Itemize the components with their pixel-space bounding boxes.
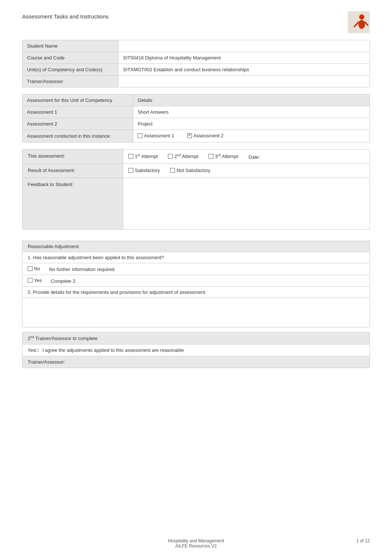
- conducted-label: Assessment conducted in this instance:: [23, 130, 133, 143]
- page-title: Assessment Tasks and Instructions: [22, 11, 109, 20]
- attempt-row: This assessment: 1st Attempt 2nd Attempt…: [23, 150, 370, 164]
- course-code-value: SIT50416 Diploma of Hospitality Manageme…: [118, 52, 370, 64]
- assessment1-detail: Short Answers: [133, 106, 370, 118]
- trainer2-agree-text: Yes□ I agree the adjustments applied to …: [28, 347, 184, 353]
- ra-yes-checkbox[interactable]: [28, 278, 32, 283]
- trainer-assessor-label: Trainer/Assessor: [23, 76, 118, 87]
- ra-yes-detail: Complete 2: [51, 278, 75, 284]
- footer-center: Hospitality and ManagementAILFE Resource…: [138, 538, 254, 549]
- student-name-row: Student Name: [23, 40, 370, 52]
- ra-question1-row: 1. Has reasonable adjustment been applie…: [23, 252, 370, 263]
- not-satisfactory-label: Not Satisfactory: [176, 168, 210, 173]
- ra-no-cell: No No further information required: [23, 263, 370, 275]
- result-row: Result of Assessment: Satisfactory Not S…: [23, 164, 370, 178]
- assessment1-checkbox-label: Assessment 1: [144, 133, 174, 138]
- ra-yes-cell: Yes Complete 2: [23, 275, 370, 286]
- ra-yes-row: Yes Complete 2: [23, 275, 370, 286]
- reasonable-adjustment-table: Reasonable Adjustment: 1. Has reasonable…: [22, 241, 370, 327]
- this-assessment-cell: This assessment:: [23, 150, 123, 164]
- attempt2-group[interactable]: 2nd Attempt: [168, 153, 198, 159]
- conducted-value: Assessment 1 Assessment 2: [133, 130, 370, 143]
- assessment2-checkbox-label: Assessment 2: [193, 133, 224, 138]
- unit-competency-row: Unit(s) of Competency and Code(s) SITXMG…: [23, 64, 370, 76]
- satisfactory-group[interactable]: Satisfactory: [128, 168, 160, 173]
- attempt-result-table: This assessment: 1st Attempt 2nd Attempt…: [22, 149, 370, 230]
- assessment-header-row: Assessment for this Unit of Competency D…: [23, 95, 370, 106]
- unit-competency-label: Unit(s) of Competency and Code(s): [23, 64, 118, 76]
- trainer-assessor-row: Trainer/Assessor: [23, 76, 370, 87]
- date-label: Date:: [248, 154, 260, 160]
- unit-competency-value: SITXMGT002 Establish and conduct busines…: [118, 64, 370, 76]
- ra-no-row: No No further information required: [23, 263, 370, 275]
- feedback-label: Feedback to Student:: [28, 182, 73, 187]
- feedback-label-cell: Feedback to Student:: [23, 178, 123, 229]
- result-options-cell: Satisfactory Not Satisfactory: [123, 164, 370, 178]
- result-label: Result of Assessment:: [28, 168, 75, 173]
- ra-question2: 2. Provide details for the requirements …: [28, 289, 206, 295]
- not-satisfactory-checkbox[interactable]: [170, 168, 175, 173]
- trainer2-trainer-label: Trainer/Assessor:: [28, 359, 65, 365]
- feedback-row: Feedback to Student:: [23, 178, 370, 229]
- ra-section-title: Reasonable Adjustment:: [28, 244, 80, 249]
- course-code-label: Course and Code: [23, 52, 118, 64]
- page-header: Assessment Tasks and Instructions: [22, 11, 370, 33]
- assessment2-detail: Project: [133, 118, 370, 130]
- ra-no-label: No: [34, 266, 40, 271]
- page-footer: Hospitality and ManagementAILFE Resource…: [22, 538, 370, 549]
- satisfactory-label: Satisfactory: [135, 168, 160, 173]
- attempt3-group[interactable]: 3rd Attempt: [209, 153, 238, 159]
- ra-details-cell: [23, 298, 370, 327]
- assessment2-row: Assessment 2 Project: [23, 118, 370, 130]
- trainer2-section-label: 2nd Trainer/Assessor to complete: [28, 336, 97, 341]
- trainer2-table: 2nd Trainer/Assessor to complete Yes□ I …: [22, 332, 370, 368]
- trainer2-header-cell: 2nd Trainer/Assessor to complete: [23, 332, 370, 344]
- attempt3-label: 3rd Attempt: [215, 153, 238, 159]
- ra-yes-group[interactable]: Yes: [28, 278, 42, 283]
- attempt1-checkbox[interactable]: [128, 154, 133, 159]
- trainer2-agree-cell: Yes□ I agree the adjustments applied to …: [23, 344, 370, 356]
- assessment-list-table: Assessment for this Unit of Competency D…: [22, 94, 370, 143]
- result-label-cell: Result of Assessment:: [23, 164, 123, 178]
- attempt1-label: 1st Attempt: [135, 153, 158, 159]
- assessment1-checkbox-group[interactable]: Assessment 1: [138, 133, 174, 138]
- ra-question1-cell: 1. Has reasonable adjustment been applie…: [23, 252, 370, 263]
- ra-no-checkbox[interactable]: [28, 266, 32, 271]
- assessment1-checkbox[interactable]: [138, 133, 142, 138]
- assessment-unit-header: Assessment for this Unit of Competency: [23, 95, 133, 106]
- ra-header-row: Reasonable Adjustment:: [23, 241, 370, 252]
- trainer2-name-row: Trainer/Assessor:: [23, 356, 370, 368]
- ra-yes-label: Yes: [34, 278, 42, 283]
- assessment1-label: Assessment 1: [23, 106, 133, 118]
- logo-icon: [348, 11, 370, 33]
- assessment1-row: Assessment 1 Short Answers: [23, 106, 370, 118]
- feedback-content-cell: [123, 178, 370, 229]
- trainer2-name-cell: Trainer/Assessor:: [23, 356, 370, 368]
- satisfactory-checkbox[interactable]: [128, 168, 133, 173]
- svg-point-2: [358, 20, 365, 29]
- assessment2-checkbox[interactable]: [187, 133, 192, 138]
- ra-question2-row: 2. Provide details for the requirements …: [23, 286, 370, 298]
- assessment2-label: Assessment 2: [23, 118, 133, 130]
- trainer2-agree-row: Yes□ I agree the adjustments applied to …: [23, 344, 370, 356]
- assessment2-checkbox-group[interactable]: Assessment 2: [187, 133, 224, 138]
- ra-question2-cell: 2. Provide details for the requirements …: [23, 286, 370, 298]
- trainer-assessor-value: [118, 76, 370, 87]
- student-name-label: Student Name: [23, 40, 118, 52]
- trainer2-header-row: 2nd Trainer/Assessor to complete: [23, 332, 370, 344]
- this-assessment-label: This assessment:: [28, 153, 65, 159]
- ra-no-group[interactable]: No: [28, 266, 40, 271]
- attempt2-label: 2nd Attempt: [174, 153, 198, 159]
- footer-left: [22, 538, 138, 549]
- ra-header-cell: Reasonable Adjustment:: [23, 241, 370, 252]
- ra-no-detail: No further information required: [49, 267, 114, 272]
- attempt1-group[interactable]: 1st Attempt: [128, 153, 158, 159]
- ra-details-row: [23, 298, 370, 327]
- svg-point-1: [359, 14, 364, 20]
- student-name-value: [118, 40, 370, 52]
- attempt3-checkbox[interactable]: [209, 154, 213, 159]
- not-satisfactory-group[interactable]: Not Satisfactory: [170, 168, 210, 173]
- student-info-table: Student Name Course and Code SIT50416 Di…: [22, 40, 370, 87]
- ra-question1: 1. Has reasonable adjustment been applie…: [28, 255, 164, 260]
- attempt2-checkbox[interactable]: [168, 154, 173, 159]
- footer-right: 1 of 12: [254, 538, 370, 549]
